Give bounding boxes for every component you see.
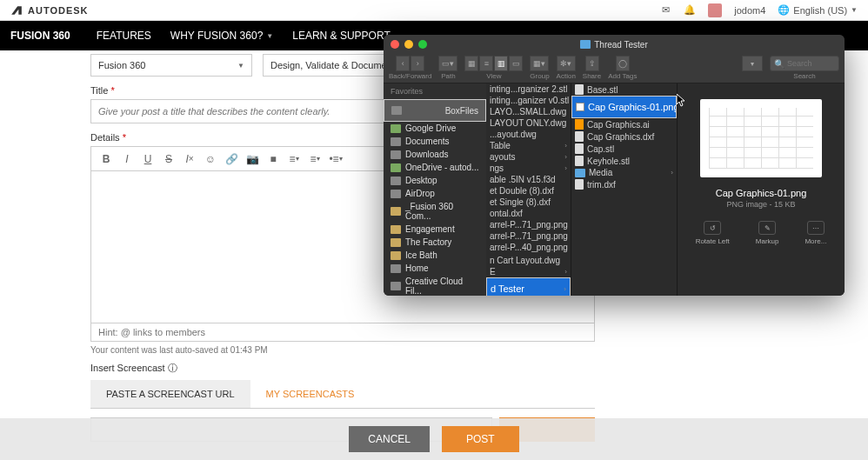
sidebar-item[interactable]: _Fusion 360 Com... (384, 200, 486, 223)
chevron-right-icon: › (671, 169, 673, 177)
file-item[interactable]: LAYO...SMALL.dwg (486, 106, 571, 117)
preview-thumbnail (700, 99, 822, 177)
file-item[interactable]: Base.stl (571, 83, 677, 96)
view-gallery-button[interactable]: ▭ (509, 56, 523, 71)
help-icon[interactable]: ⓘ (168, 363, 177, 373)
finder-titlebar[interactable]: Thread Tester (384, 35, 845, 54)
file-item[interactable]: Media› (571, 167, 677, 178)
sidebar-item[interactable]: Home (384, 262, 486, 275)
file-item[interactable]: Cap Graphics-01.png (571, 96, 677, 118)
file-item[interactable]: Cap Graphics.ai (571, 118, 677, 130)
file-item[interactable]: arrel-P...71_png.png (486, 219, 571, 230)
insert-screencast-label: Insert Screencast ⓘ (90, 362, 595, 375)
tab-my-screencasts[interactable]: MY SCREENCASTS (250, 380, 371, 408)
file-item[interactable]: E› (486, 266, 571, 277)
path-button[interactable]: ▭▾ (438, 56, 457, 71)
file-item[interactable]: d Tester› (486, 277, 571, 296)
folder-icon (391, 190, 401, 198)
italic-button[interactable]: I (117, 150, 137, 168)
nav-why[interactable]: WHY FUSION 360?▼ (170, 30, 273, 42)
view-list-button[interactable]: ≡ (479, 56, 493, 71)
strike-button[interactable]: S (159, 150, 178, 168)
video-button[interactable]: ■ (264, 150, 283, 168)
file-icon (575, 84, 584, 95)
product-name[interactable]: FUSION 360 (10, 30, 70, 42)
sidebar-item[interactable]: OneDrive - autod... (384, 161, 486, 174)
finder-select[interactable]: ▾ (742, 56, 763, 71)
file-item[interactable]: ayouts› (486, 151, 571, 163)
file-item[interactable]: LAYOUT ONLY.dwg (486, 117, 571, 129)
ul-button[interactable]: •≡▾ (326, 150, 345, 168)
file-icon (575, 169, 585, 177)
rotate-left-button[interactable]: ↺Rotate Left (696, 221, 730, 245)
finder-window: Thread Tester ‹ › Back/Forward ▭▾ Path ▦… (384, 35, 845, 296)
screencast-tabs: PASTE A SCREENCAST URL MY SCREENCASTS (90, 380, 595, 409)
clear-format-button[interactable]: I× (180, 150, 199, 168)
nav-learn[interactable]: LEARN & SUPPORT (292, 30, 390, 42)
share-button[interactable]: ⇪ (585, 56, 599, 71)
mail-icon[interactable]: ✉ (659, 4, 671, 17)
avatar-icon[interactable] (708, 3, 722, 17)
tags-button[interactable]: ◯ (616, 56, 630, 71)
file-icon (575, 131, 584, 142)
sidebar-item[interactable]: AirDrop (384, 187, 486, 200)
forward-button[interactable]: › (411, 56, 424, 71)
file-item[interactable]: et Single (8).dxf (486, 197, 571, 208)
bold-button[interactable]: B (97, 150, 116, 168)
file-item[interactable]: arrel-P...71_png.png (486, 230, 571, 242)
username[interactable]: jodom4 (734, 5, 765, 16)
globe-icon: 🌐 (778, 4, 790, 16)
sidebar-item[interactable]: Google Drive (384, 122, 486, 135)
file-item[interactable]: Table› (486, 140, 571, 151)
cancel-button[interactable]: CANCEL (349, 426, 430, 452)
finder-column-2: Base.stlCap Graphics-01.pngCap Graphics.… (571, 83, 678, 296)
sidebar-item[interactable]: BoxFiles (384, 99, 486, 122)
language-selector[interactable]: 🌐 English (US) ▼ (778, 4, 858, 16)
file-item[interactable]: n Cart Layout.dwg (486, 255, 571, 266)
file-item[interactable]: Cap.stl (571, 143, 677, 155)
group-button[interactable]: ▦▾ (530, 56, 549, 71)
file-item[interactable]: ngs› (486, 163, 571, 174)
more-button[interactable]: ⋯More... (805, 221, 826, 245)
file-item[interactable]: ...ayout.dwg (486, 129, 571, 140)
view-column-button[interactable]: ▥ (494, 56, 508, 71)
underline-button[interactable]: U (138, 150, 157, 168)
tab-paste-url[interactable]: PASTE A SCREENCAST URL (90, 380, 250, 408)
sidebar-item[interactable]: Documents (384, 135, 486, 148)
chevron-right-icon: › (564, 153, 567, 161)
file-item[interactable]: et Double (8).dxf (486, 185, 571, 197)
post-button[interactable]: POST (442, 426, 519, 452)
category-select[interactable]: Fusion 360 ▼ (90, 54, 252, 77)
file-item[interactable]: able .5IN v15.f3d (486, 174, 571, 185)
file-item[interactable]: Cap Graphics.dxf (571, 130, 677, 143)
autodesk-logo[interactable]: AUTODESK (10, 4, 89, 17)
action-button[interactable]: ✻▾ (557, 56, 576, 71)
sidebar-item[interactable]: The Factory (384, 236, 486, 249)
file-item[interactable]: inting...ganizer v0.stl (486, 95, 571, 106)
back-button[interactable]: ‹ (396, 56, 410, 71)
file-item[interactable]: trim.dxf (571, 178, 677, 190)
sidebar-item[interactable]: Creative Cloud Fil... (384, 275, 486, 296)
indent-button[interactable]: ≡▾ (305, 150, 324, 168)
emoji-button[interactable]: ☺ (201, 150, 220, 168)
editor-hint: Hint: @ links to members (90, 323, 595, 342)
markup-button[interactable]: ✎Markup (756, 221, 779, 245)
file-item[interactable]: ontal.dxf (486, 208, 571, 219)
file-item[interactable]: Keyhole.stl (571, 155, 677, 167)
finder-search-input[interactable] (787, 59, 835, 68)
view-icon-button[interactable]: ▦ (464, 56, 478, 71)
link-button[interactable]: 🔗 (222, 150, 241, 168)
folder-icon (391, 106, 402, 115)
sidebar-item[interactable]: Desktop (384, 174, 486, 187)
folder-icon (391, 264, 401, 273)
file-item[interactable]: arrel-P...40_png.png (486, 242, 571, 253)
nav-features[interactable]: FEATURES (97, 30, 151, 42)
file-item[interactable]: inting...rganizer 2.stl (486, 83, 571, 95)
finder-search[interactable]: 🔍 (770, 56, 839, 71)
sidebar-item[interactable]: Downloads (384, 148, 486, 161)
ol-button[interactable]: ≡▾ (284, 150, 304, 168)
sidebar-item[interactable]: Engagement (384, 223, 486, 236)
sidebar-item[interactable]: Ice Bath (384, 249, 486, 262)
image-button[interactable]: 📷 (243, 150, 262, 168)
bell-icon[interactable]: 🔔 (684, 4, 696, 17)
